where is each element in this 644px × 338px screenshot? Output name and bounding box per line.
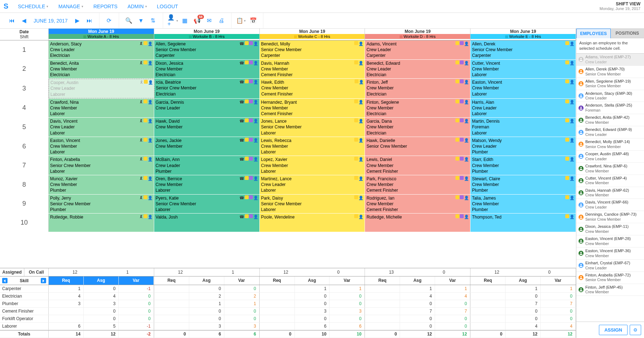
announce-icon[interactable]: 📢58 [192,15,203,26]
calendar-icon[interactable]: 📅 [248,15,259,26]
schedule-cell[interactable]: ☎👤Allen, SegoleneSenior Crew MemberCarpe… [154,40,260,59]
schedule-cell[interactable]: 👤Matson, WendyCrew LeaderPlumber [470,137,576,156]
employee-item[interactable]: Davis, Vincent (EMP-66)Crew Leader [576,199,644,211]
refresh-icon[interactable]: ⟳ [104,15,114,26]
nav-manage[interactable]: MANAGE▾ [58,4,83,9]
employee-item[interactable]: Cutter, Vincent (EMP-4)Crew Member [576,175,644,187]
schedule-cell[interactable]: ☎👤Jones, JackieCrew Member [154,137,260,156]
employee-item[interactable]: Davis, Hannah (EMP-62)Crew Member [576,187,644,199]
grid-icon[interactable]: ▦ [180,15,190,26]
schedule-cell[interactable]: 👤Park, DaisySenior Crew MemberLaborer [260,195,365,214]
schedule-cell[interactable]: 🎗👤Davis, VincentCrew LeaderLaborer [49,118,154,137]
schedule-cell[interactable]: 🎗👤Polly, JerrySenior Crew MemberPlumber [49,195,154,214]
nav-logout[interactable]: LOGOUT [157,4,178,9]
schedule-cell[interactable]: ☎👤Garcia, DennisCrew Leader [154,99,260,118]
schedule-cell[interactable]: ☎👤Oren, BerniceCrew MemberLaborer [154,175,260,194]
schedule-cell[interactable]: 👤Hernandez, BryantCrew MemberCement Fini… [260,99,365,118]
employee-item[interactable]: Cooper, Austin (EMP-48)Crew Leader [576,151,644,163]
schedule-cell[interactable]: 👤Poole, Wendeline [260,214,365,232]
employee-item[interactable]: Finton, Arabella (EMP-72)Senior Crew Mem… [576,272,644,284]
schedule-cell[interactable]: ☎👤Pyers, KatieSenior Crew MemberLaborer [154,195,260,214]
employee-item[interactable]: Anderson, Stella (EMP-25)Foreman [576,102,644,114]
schedule-cell[interactable]: ☎👤Valda, Josh [154,214,260,232]
schedule-cell[interactable]: 🎗👤Rutledge, Robbie [49,214,154,232]
schedule-cell[interactable]: 👤Martin, DennisForemanLaborer [470,118,576,137]
schedule-cell[interactable]: 👤Adams, VincentCrew LeaderCarpenter [365,40,470,59]
employee-item[interactable]: Einhart, Crystal (EMP-67)Crew Leader [576,260,644,272]
schedule-cell[interactable]: 👤Park, FranciscoCrew MemberCement Finish… [365,175,470,194]
schedule-cell[interactable]: 👤Martinez, LanceCrew LeaderLaborer [260,175,365,194]
employee-item[interactable]: Allen, Derek (EMP-70)Senior Crew Member [576,66,644,78]
tab-positions[interactable]: POSITIONS [611,29,644,38]
schedule-cell[interactable]: 👤Lewis, RebeccaCrew MemberLaborer [260,137,365,156]
clipboard-icon[interactable]: 📋 [236,15,247,26]
employee-item[interactable]: Benedict, Edward (EMP-9)Crew Leader [576,126,644,138]
assign-button[interactable]: ASSIGN [599,325,628,335]
schedule-cell[interactable]: 👤Benedict, EdwardCrew LeaderElectrician [365,60,470,79]
schedule-cell[interactable]: 👤Finton, JeffCrew MemberElectrician [365,79,471,98]
nav-prev-icon[interactable]: ◀ [19,15,29,26]
employee-item[interactable]: Anderson, Stacy (EMP-30)Crew Leader [576,90,644,102]
print-icon[interactable]: 🖨 [216,15,227,26]
tab-employees[interactable]: EMPLOYEES [576,29,611,38]
schedule-cell[interactable]: 👤Rodriguez, IanCrew MemberCement Finishe… [365,195,470,214]
schedule-cell[interactable]: 👤Harris, AlanCrew LeaderLaborer [470,99,576,118]
employee-item[interactable]: Benedict, Molly (EMP-14)Senior Crew Memb… [576,138,644,151]
schedule-cell[interactable]: 🎗👤Crawford, NinaCrew MemberLaborer [49,99,154,118]
schedule-cell[interactable]: 👤Davis, HannahCrew MemberCement Finisher [260,60,365,79]
toolbar-date[interactable]: JUNE 19, 2017 [34,18,68,24]
employee-item[interactable]: Allen, Segolene (EMP-19)Senior Crew Memb… [576,78,644,90]
schedule-cell[interactable]: ☎👤Dixon, JessicaCrew MemberElectrician [154,60,260,79]
filter-icon[interactable]: ▼ [136,15,146,26]
skills-collapse-right-icon[interactable]: ⏵ [41,278,46,283]
schedule-cell[interactable]: 👤Cutter, VincentCrew MemberLaborer [470,60,576,79]
sort-icon[interactable]: ⇅ [148,15,158,26]
schedule-cell[interactable]: 👤Lopez, XavierCrew MemberLaborer [260,156,365,175]
schedule-cell[interactable]: 👤Hawk, EdithCrew MemberCement Finisher [260,79,365,98]
schedule-cell[interactable]: 🎗👤Benedict, AnitaCrew MemberElectrician [49,60,154,79]
add-person-icon[interactable]: 👤+ [167,15,178,26]
schedule-cell[interactable]: 👤Finton, SegoleneCrew MemberElectrician [365,99,470,118]
schedule-cell[interactable]: ☎👤Hawk, DavidCrew Member [154,118,260,137]
employee-item[interactable]: Benedict, Anita (EMP-42)Crew Member [576,114,644,126]
schedule-cell[interactable]: 👤Allen, DerekSenior Crew MemberCarpenter [470,40,576,59]
schedule-cell[interactable]: 🎗👤Munoz, XavierCrew MemberPlumber [49,175,154,194]
schedule-cell[interactable]: ☎👤McBain, AnnCrew LeaderPlumber [154,156,260,175]
column-header[interactable]: Mon June 19Worksite B - 8 Hrs [154,29,260,40]
employee-item[interactable]: Easton, Vincent (EMP-28)Crew Member [576,235,644,248]
skills-collapse-left-icon[interactable]: ⏴ [2,278,8,283]
employee-item[interactable]: Easton, Vincent (EMP-36)Crew Member [576,248,644,260]
schedule-cell[interactable]: 👤Benedict, MollySenior Crew MemberCarpen… [260,40,365,59]
mail-icon[interactable]: ✉ [204,15,215,26]
nav-schedule[interactable]: SCHEDULE▾ [18,4,48,9]
column-header[interactable]: Mon June 19Worksite E - 8 Hrs [470,29,576,40]
gear-icon[interactable]: ⚙ [630,325,641,335]
column-header[interactable]: Mon June 19Worksite C - 8 Hrs [260,29,365,40]
employee-item[interactable]: Adams, Vincent (EMP-27)Crew Leader [576,54,644,66]
employee-item[interactable]: Finton, Jeff (EMP-45)Crew Member [576,284,644,296]
nav-next-icon[interactable]: ▶ [72,15,83,26]
schedule-cell[interactable]: 🎗👤Anderson, StacyCrew LeaderElectrician [49,40,154,59]
nav-reports[interactable]: REPORTS [93,4,117,9]
schedule-cell[interactable]: 🎗👤Easton, VincentCrew MemberLaborer [49,137,154,156]
schedule-cell[interactable]: 👤Talia, JamesCrew MemberPlumber [470,195,576,214]
schedule-cell[interactable]: 👤Lewis, DanielCrew MemberCement Finisher [365,156,470,175]
schedule-cell[interactable]: 👤Starr, EdithCrew MemberPlumber [470,156,576,175]
nav-first-icon[interactable]: ⏮ [6,15,17,26]
schedule-cell[interactable]: 👤Stewart, ClaireCrew MemberPlumber [470,175,576,194]
schedule-cell[interactable]: 👤Jones, LanceSenior Crew MemberLaborer [260,118,365,137]
search-icon[interactable]: 🔍 [123,15,134,26]
nav-admin[interactable]: ADMIN▾ [127,4,147,9]
nav-last-icon[interactable]: ⏭ [84,15,95,26]
column-header[interactable]: Mon June 19Worksite D - 8 Hrs [365,29,470,40]
schedule-cell[interactable]: 🎗👤Cooper, AustinCrew LeaderLaborer [49,79,155,98]
employee-item[interactable]: Dennings, Candice (EMP-73)Senior Crew Me… [576,211,644,223]
employee-item[interactable]: Dixon, Jessica (EMP-11)Crew Member [576,223,644,235]
schedule-cell[interactable]: 👤Hawk, DanielleSenior Crew Member [365,137,470,156]
employee-item[interactable]: Crawford, Nina (EMP-6)Crew Member [576,163,644,175]
schedule-cell[interactable]: 👤Easton, VincentCrew MemberLaborer [470,79,576,98]
schedule-cell[interactable]: 👤Garcia, DanaCrew MemberElectrician [365,118,470,137]
schedule-cell[interactable]: 👤Thompson, Ted [470,214,576,232]
schedule-cell[interactable]: ☎👤rcia, BeatriceSenior Crew MemberElectr… [155,79,260,98]
schedule-cell[interactable]: 👤Rutledge, Michelle [365,214,470,232]
